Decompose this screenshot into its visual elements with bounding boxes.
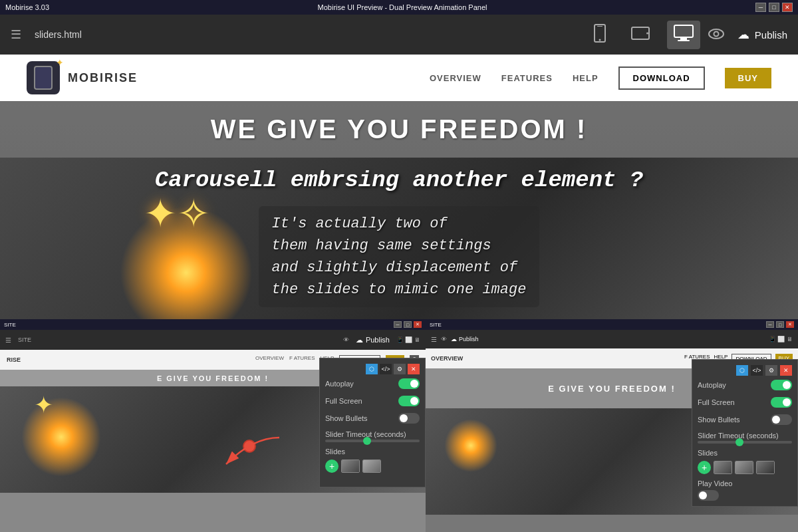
mini-right-preview-icon: 👁 — [441, 336, 447, 342]
mini-filename: SITE — [18, 336, 31, 344]
nav-links: OVERVIEW FEATURES HELP DOWNLOAD BUY — [430, 66, 771, 90]
fullscreen-toggle[interactable] — [398, 396, 420, 406]
cloud-upload-icon: ☁ — [737, 27, 749, 42]
close-btn[interactable]: ✕ — [782, 3, 793, 12]
left-settings-panel: ⬡ </> ⚙ ✕ Autoplay Full Screen Show Bull… — [319, 358, 426, 487]
right-fullscreen-toggle[interactable] — [771, 397, 792, 408]
mini-hamburger-icon: ☰ — [5, 336, 11, 344]
hamburger-icon[interactable]: ☰ — [11, 27, 21, 42]
mini-close-btn[interactable]: ✕ — [414, 321, 422, 328]
tablet-device-icon[interactable] — [624, 21, 656, 49]
mini-app-title: SITE — [4, 322, 16, 328]
right-slide-thumb-3[interactable] — [756, 461, 775, 474]
right-settings-header: ⬡ </> ⚙ ✕ — [698, 365, 792, 376]
right-autoplay-row: Autoplay — [698, 380, 792, 390]
nav-features[interactable]: FEATURES — [501, 73, 553, 83]
add-slide-btn[interactable]: + — [325, 460, 338, 473]
hero-title: WE GIVE YOU FREEDOM ! — [13, 114, 785, 144]
fullscreen-label: Full Screen — [325, 397, 362, 405]
mini-maximize-btn[interactable]: □ — [404, 321, 412, 328]
slides-section: Slides + — [325, 448, 420, 473]
publish-button[interactable]: ☁ Publish — [737, 27, 787, 42]
mini-right-maximize-btn[interactable]: □ — [776, 321, 784, 328]
slider-thumb — [363, 437, 371, 445]
nav-download-btn[interactable]: DOWNLOAD — [618, 66, 705, 90]
window-controls: ─ □ ✕ — [755, 3, 793, 12]
mini-right-hero-title: E GIVE YOU FREEDOM ! — [548, 384, 675, 394]
right-bullets-toggle[interactable] — [771, 414, 792, 425]
slider-timeout-section: Slider Timeout (seconds) — [325, 430, 420, 442]
rs-code-btn[interactable]: </> — [751, 365, 763, 376]
minimize-btn[interactable]: ─ — [755, 3, 766, 12]
right-timeout-label: Slider Timeout (seconds) — [698, 432, 792, 440]
right-play-video-toggle[interactable] — [698, 490, 719, 501]
settings-close-btn[interactable]: ✕ — [408, 364, 420, 374]
nav-overview[interactable]: OVERVIEW — [430, 73, 481, 83]
mini-logo: RISE — [7, 356, 21, 363]
right-slides-section: Slides + — [698, 449, 792, 474]
title-bar: Mobirise 3.03 Mobirise UI Preview - Dual… — [0, 0, 798, 15]
mini-minimize-btn[interactable]: ─ — [394, 321, 402, 328]
autoplay-row: Autoplay — [325, 378, 420, 389]
mini-eye-icon: 👁 — [343, 336, 349, 343]
device-switcher — [586, 20, 700, 50]
overlay-subtitle: It's actually two ofthem having same set… — [259, 206, 540, 307]
svg-rect-6 — [680, 38, 687, 40]
svg-rect-5 — [674, 25, 693, 37]
svg-point-4 — [646, 32, 648, 34]
mini-sparkler-sparks: ✦ — [34, 392, 53, 418]
fullscreen-row: Full Screen — [325, 396, 420, 406]
right-play-video-section: Play Video — [698, 479, 792, 501]
nav-help[interactable]: HELP — [573, 73, 598, 83]
slide-thumb-1[interactable] — [341, 460, 360, 473]
svg-point-9 — [714, 31, 718, 36]
rs-close-btn[interactable]: ✕ — [780, 365, 792, 376]
rs-icon-btn[interactable]: ⬡ — [736, 365, 748, 376]
logo-icon-inner — [34, 66, 53, 90]
right-fullscreen-row: Full Screen — [698, 397, 792, 408]
right-autoplay-toggle[interactable] — [771, 380, 792, 390]
mini-sparkler-glow — [21, 397, 101, 477]
svg-rect-2 — [597, 26, 602, 27]
svg-point-8 — [709, 29, 724, 39]
mini-right-publish-btn[interactable]: ☁ Publish — [451, 336, 479, 342]
nav-buy-btn[interactable]: BUY — [725, 68, 771, 88]
mini-title-controls: ─ □ ✕ — [394, 321, 422, 328]
red-dot-annotation — [243, 440, 256, 453]
rs-gear-btn[interactable]: ⚙ — [765, 365, 777, 376]
settings-header-left: ⬡ </> ⚙ ✕ — [325, 364, 420, 374]
right-play-video-label: Play Video — [698, 479, 792, 487]
slider-timeout-slider[interactable] — [325, 440, 420, 442]
mini-nav-features: F ATURES — [289, 355, 315, 365]
mini-right-close-btn[interactable]: ✕ — [786, 321, 794, 328]
mini-screenshot-right: SITE ─ □ ✕ ☰ 👁 ☁ Publish 📱 ⬜ 🖥 OVERVIEW … — [426, 319, 798, 532]
settings-gear-btn[interactable]: ⚙ — [394, 364, 406, 374]
slide-thumb-2[interactable] — [362, 460, 381, 473]
settings-icon-btn[interactable]: ⬡ — [366, 364, 378, 374]
right-add-slide-btn[interactable]: + — [698, 461, 711, 474]
mobile-device-icon[interactable] — [586, 20, 614, 50]
right-settings-panel: ⬡ </> ⚙ ✕ Autoplay Full Screen Show Bull… — [692, 359, 798, 507]
desktop-device-icon[interactable] — [667, 21, 700, 49]
show-bullets-row: Show Bullets — [325, 413, 420, 424]
mini-right-glow — [444, 419, 497, 472]
maximize-btn[interactable]: □ — [769, 3, 779, 12]
right-bullets-row: Show Bullets — [698, 414, 792, 425]
hero-slider: WE GIVE YOU FREEDOM ! ✦✧ Carousell embrs… — [0, 101, 798, 319]
right-slides-thumbnails: + — [698, 461, 792, 474]
settings-code-btn[interactable]: </> — [380, 364, 392, 374]
right-slide-thumb-2[interactable] — [735, 461, 753, 474]
right-fullscreen-label: Full Screen — [698, 398, 735, 406]
show-bullets-label: Show Bullets — [325, 414, 368, 422]
right-timeout-section: Slider Timeout (seconds) — [698, 432, 792, 444]
preview-icon[interactable] — [708, 27, 724, 43]
mini-toolbar-left: ☰ SITE 👁 ☁ Publish 📱 ⬜ 🖥 — [0, 330, 426, 350]
right-slide-thumb-1[interactable] — [714, 461, 732, 474]
mini-toolbar-right: 👁 ☁ Publish 📱 ⬜ 🖥 — [343, 336, 420, 344]
autoplay-toggle[interactable] — [398, 378, 420, 389]
right-timeout-slider[interactable] — [698, 441, 792, 444]
show-bullets-toggle[interactable] — [398, 413, 420, 424]
mini-right-minimize-btn[interactable]: ─ — [766, 321, 774, 328]
mini-publish-btn-left[interactable]: ☁ Publish — [356, 336, 390, 344]
filename-label: sliders.html — [35, 29, 578, 40]
